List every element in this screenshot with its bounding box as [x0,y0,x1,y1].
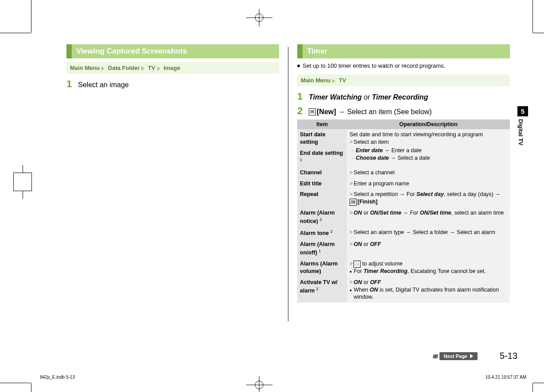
step-text: Select an image [78,79,129,90]
page-number: 5-13 [500,351,517,361]
cell-item: Edit title [297,178,347,189]
crop-mark [0,383,31,383]
arrow-right-icon [470,354,473,358]
table-row: Repeat >Select a repetition → For Select… [297,189,510,208]
cell-item: Activate TV w/ alarm 2 [297,277,347,303]
chapter-number: 5 [517,106,528,116]
cell-desc: >Select a channel [347,167,510,178]
left-column: Viewing Captured Screenshots Main Menu D… [66,44,288,365]
softkey-label: [New] [317,108,336,115]
crumb: TV [148,65,155,71]
table-row: Activate TV w/ alarm 2 >ON or OFF When O… [297,277,510,303]
chevron-right-icon: > [350,139,353,145]
section-title-screenshots: Viewing Captured Screenshots [66,44,279,58]
crumb: Data Folder [108,65,140,71]
crumb: TV [339,77,346,84]
section-title-timer: Timer [297,44,510,58]
breadcrumb-right: Main Menu TV [297,74,510,86]
footer-right: 10.4.21 10:57:37 AM [486,375,526,380]
chapter-label: Digital TV [517,116,526,148]
next-page-button: Next Page [439,352,478,360]
cell-desc: > to adjust volume For Timer Recording, … [347,258,510,277]
crop-mark [0,33,31,33]
breadcrumb-left: Main Menu Data Folder TV Image [66,62,279,74]
list-item: Choose date → Select a date [356,154,507,162]
table-header-row: Item Operation/Description [297,119,510,129]
step-2-right: 2 ✉[New] → Select an item (See below) [297,105,510,117]
envelope-icon: ✉ [309,108,316,115]
table-row: Edit title >Enter a program name [297,178,510,189]
table-row: Channel >Select a channel [297,167,510,178]
print-footer: 842p_E.indb 5-13 10.4.21 10:57:37 AM [40,375,526,380]
cell-item: Channel [297,167,347,178]
chapter-tab: 5 Digital TV [517,106,528,148]
footer-left: 842p_E.indb 5-13 [40,375,75,380]
step-text: ✉[New] → Select an item (See below) [309,106,432,117]
table-row: Alarm (Alarm on/off) 1 >ON or OFF [297,239,510,258]
text: Select an item [354,139,389,145]
table-row: Alarms (Alarm volume) > to adjust volume… [297,258,510,277]
crop-mark [13,173,32,191]
crop-mark [532,0,533,33]
option: Timer Recording [372,93,428,101]
step-number: 1 [66,78,78,90]
crumb: Main Menu [70,65,100,71]
table-row: Alarm tone 2 >Select an alarm type → Sel… [297,227,510,239]
right-column: Timer Set up to 100 timer entries to wat… [288,44,510,365]
chevron-right-icon [332,79,335,83]
step-number: 1 [297,91,309,102]
crop-mark [533,33,544,33]
cell-item: Repeat [297,189,347,208]
dpad-icon [354,261,361,268]
cell-desc: >ON or ON/Set time → For ON/Set time, se… [347,208,510,227]
timer-settings-table: Item Operation/Description Start date se… [297,119,510,303]
text: Set date and time to start viewing/recor… [350,131,507,138]
th-desc: Operation/Description [347,119,510,129]
chevron-right-icon [101,66,105,71]
crop-mark [532,383,533,392]
cell-item: End date setting 1 [297,148,347,167]
chevron-right-icon [157,66,160,71]
envelope-icon: ✉ [350,199,357,206]
step-1-right: 1 Timer Watching or Timer Recording [297,91,510,102]
cell-item: Alarms (Alarm volume) [297,258,347,277]
text: → Select an item (See below) [336,108,432,115]
hatch-icon: //// [433,353,437,360]
crop-mark [31,0,31,33]
cell-item: Start date setting [297,129,347,148]
crumb: Main Menu [301,77,330,84]
cell-desc: >Select a repetition → For Select day, s… [347,189,510,208]
text: or [361,93,372,101]
cell-item: Alarm (Alarm notice) 2 [297,208,347,227]
step-number: 2 [297,105,309,117]
chevron-right-icon [141,66,144,71]
cell-item: Alarm (Alarm on/off) 1 [297,239,347,258]
table-row: Start date setting Set date and time to … [297,129,510,148]
cell-desc: >Enter a program name [347,178,510,189]
note: Set up to 100 timer entries to watch or … [297,62,510,70]
cell-desc: >Select an alarm type → Select a folder … [347,227,510,239]
cell-desc: >ON or OFF [347,239,510,258]
step-text: Timer Watching or Timer Recording [309,92,428,102]
list-item: Enter date → Enter a date [356,147,507,154]
next-page-label: Next Page [444,354,467,359]
cell-item: Alarm tone 2 [297,227,347,239]
step-1-left: 1 Select an image [66,78,279,90]
table-row: Alarm (Alarm notice) 2 >ON or ON/Set tim… [297,208,510,227]
next-page-indicator: //// Next Page [433,352,478,360]
note-text: Set up to 100 timer entries to watch or … [297,62,510,70]
registration-mark-icon [246,9,272,27]
crumb: Image [163,65,180,71]
crop-mark [533,383,544,383]
page-content: Viewing Captured Screenshots Main Menu D… [66,44,520,365]
th-item: Item [297,119,347,129]
cell-desc: Set date and time to start viewing/recor… [347,129,510,167]
cell-desc: >ON or OFF When ON is set, Digital TV ac… [347,277,510,303]
crop-mark [31,383,31,392]
option: Timer Watching [309,93,361,101]
